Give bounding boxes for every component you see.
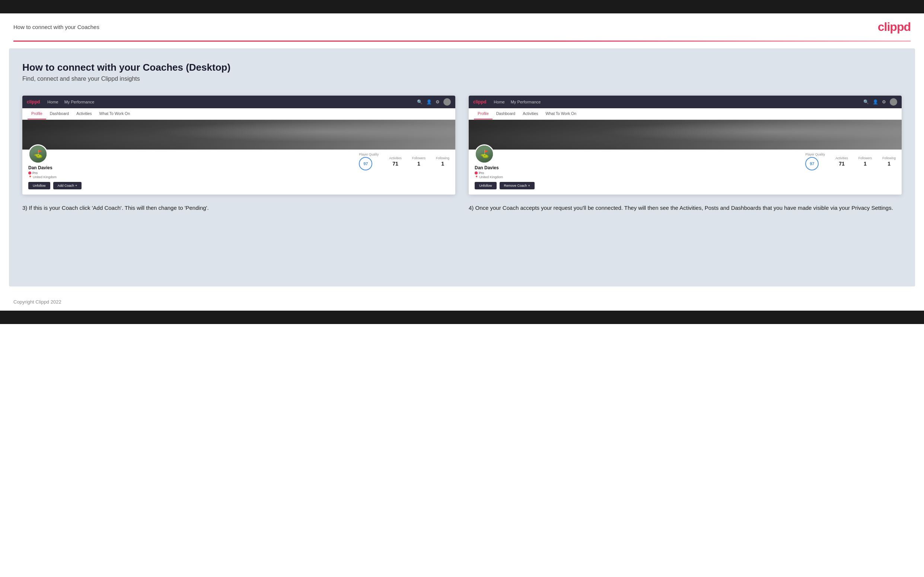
left-nav-logo: clippd bbox=[27, 99, 40, 105]
page-subheading: Find, connect and share your Clippd insi… bbox=[23, 76, 901, 82]
right-nav-logo: clippd bbox=[473, 99, 486, 105]
right-badge-label: Pro bbox=[479, 171, 484, 175]
right-location-pin-icon: 📍 bbox=[475, 176, 478, 179]
right-tabs: Profile Dashboard Activities What To Wor… bbox=[469, 108, 901, 120]
left-nav-avatar[interactable] bbox=[443, 98, 451, 106]
left-mock-browser: clippd Home My Performance 🔍 👤 ⚙ Profile… bbox=[23, 96, 455, 195]
page-header: How to connect with your Coaches clippd bbox=[0, 13, 924, 40]
right-stat-following: Following 1 bbox=[882, 156, 896, 167]
left-search-icon[interactable]: 🔍 bbox=[417, 99, 423, 105]
right-settings-icon[interactable]: ⚙ bbox=[882, 99, 886, 105]
right-profile-location: 📍 United Kingdom bbox=[475, 175, 535, 179]
left-stat-quality: Player Quality 97 bbox=[359, 153, 379, 170]
left-stat-followers: Followers 1 bbox=[412, 156, 425, 167]
right-profile-name: Dan Davies bbox=[475, 165, 535, 170]
right-unfollow-button[interactable]: Unfollow bbox=[475, 182, 497, 189]
right-avatar-figure bbox=[476, 145, 493, 163]
right-nav-home[interactable]: Home bbox=[494, 100, 504, 104]
left-tab-what-to-work-on[interactable]: What To Work On bbox=[96, 108, 134, 119]
right-stat-followers: Followers 1 bbox=[858, 156, 872, 167]
right-tab-what-to-work-on[interactable]: What To Work On bbox=[542, 108, 580, 119]
header-divider bbox=[13, 40, 911, 42]
left-banner bbox=[23, 120, 455, 150]
right-search-icon[interactable]: 🔍 bbox=[863, 99, 869, 105]
left-add-coach-button[interactable]: Add Coach + bbox=[53, 182, 82, 189]
right-tab-activities[interactable]: Activities bbox=[519, 108, 542, 119]
left-location-pin-icon: 📍 bbox=[28, 176, 32, 179]
right-tab-dashboard[interactable]: Dashboard bbox=[493, 108, 519, 119]
header-title: How to connect with your Coaches bbox=[13, 24, 99, 30]
left-avatar-figure bbox=[29, 145, 47, 163]
left-quality-circle: 97 bbox=[359, 157, 372, 170]
right-nav-my-performance[interactable]: My Performance bbox=[511, 100, 541, 104]
left-settings-icon[interactable]: ⚙ bbox=[436, 99, 439, 105]
left-unfollow-button[interactable]: Unfollow bbox=[28, 182, 50, 189]
right-quality-label: Player Quality bbox=[805, 153, 825, 156]
left-avatar bbox=[28, 144, 48, 164]
right-remove-coach-button[interactable]: Remove Coach × bbox=[499, 182, 535, 189]
left-stat-activities: Activities 71 bbox=[389, 156, 402, 167]
right-stat-activities: Activities 71 bbox=[835, 156, 848, 167]
right-stat-quality: Player Quality 97 bbox=[805, 153, 825, 170]
left-user-icon[interactable]: 👤 bbox=[426, 99, 432, 105]
right-followers-label: Followers bbox=[858, 156, 872, 160]
left-badge-label: Pro bbox=[32, 171, 37, 175]
left-screenshot-col: clippd Home My Performance 🔍 👤 ⚙ Profile… bbox=[23, 96, 455, 212]
left-nav-bar: clippd Home My Performance 🔍 👤 ⚙ bbox=[23, 96, 455, 108]
left-add-coach-label: Add Coach bbox=[58, 184, 74, 187]
left-nav-my-performance[interactable]: My Performance bbox=[65, 100, 95, 104]
left-stats: Player Quality 97 Activities 71 Follower… bbox=[359, 153, 449, 170]
left-tab-dashboard[interactable]: Dashboard bbox=[46, 108, 73, 119]
left-profile-info: Dan Davies Pro 📍 United Kingdom Unfollow bbox=[28, 164, 82, 189]
right-buttons: Unfollow Remove Coach × bbox=[475, 182, 535, 189]
left-badge-dot bbox=[28, 171, 31, 174]
copyright-text: Copyright Clippd 2022 bbox=[13, 299, 61, 305]
right-followers-value: 1 bbox=[858, 161, 872, 167]
left-profile-name: Dan Davies bbox=[28, 165, 82, 170]
right-nav-bar: clippd Home My Performance 🔍 👤 ⚙ bbox=[469, 96, 901, 108]
clippd-logo: clippd bbox=[878, 20, 911, 34]
right-activities-label: Activities bbox=[835, 156, 848, 160]
left-following-label: Following bbox=[436, 156, 449, 160]
right-tab-profile[interactable]: Profile bbox=[474, 108, 493, 119]
left-tabs: Profile Dashboard Activities What To Wor… bbox=[23, 108, 455, 120]
right-activities-value: 71 bbox=[835, 161, 848, 167]
left-nav-home[interactable]: Home bbox=[47, 100, 58, 104]
right-screenshot-col: clippd Home My Performance 🔍 👤 ⚙ Profile… bbox=[469, 96, 901, 212]
left-add-coach-icon: + bbox=[75, 184, 77, 187]
left-banner-overlay bbox=[23, 120, 455, 150]
page-footer: Copyright Clippd 2022 bbox=[0, 293, 924, 311]
left-followers-value: 1 bbox=[412, 161, 425, 167]
right-nav-avatar[interactable] bbox=[890, 98, 897, 106]
left-avatar-wrap: Dan Davies Pro 📍 United Kingdom Unfollow bbox=[28, 144, 82, 189]
right-avatar bbox=[475, 144, 494, 164]
left-quality-label: Player Quality bbox=[359, 153, 379, 156]
left-followers-label: Followers bbox=[412, 156, 425, 160]
top-bar bbox=[0, 0, 924, 13]
left-location-label: United Kingdom bbox=[33, 175, 57, 179]
left-stat-following: Following 1 bbox=[436, 156, 449, 167]
bottom-bar bbox=[0, 311, 924, 324]
page-heading: How to connect with your Coaches (Deskto… bbox=[23, 62, 901, 73]
right-quality-circle: 97 bbox=[805, 157, 819, 170]
right-avatar-wrap: Dan Davies Pro 📍 United Kingdom Unfollow bbox=[475, 144, 535, 189]
left-profile-location: 📍 United Kingdom bbox=[28, 175, 82, 179]
right-profile-area: Dan Davies Pro 📍 United Kingdom Unfollow bbox=[469, 150, 901, 195]
right-profile-info: Dan Davies Pro 📍 United Kingdom Unfollow bbox=[475, 164, 535, 189]
left-profile-badge: Pro bbox=[28, 171, 82, 175]
right-stats: Player Quality 97 Activities 71 Follower… bbox=[805, 153, 896, 170]
screenshots-row: clippd Home My Performance 🔍 👤 ⚙ Profile… bbox=[23, 96, 901, 212]
left-nav-icons: 🔍 👤 ⚙ bbox=[417, 98, 451, 106]
right-following-value: 1 bbox=[882, 161, 896, 167]
right-badge-dot bbox=[475, 171, 478, 174]
right-mock-browser: clippd Home My Performance 🔍 👤 ⚙ Profile… bbox=[469, 96, 901, 195]
left-tab-activities[interactable]: Activities bbox=[73, 108, 95, 119]
right-caption: 4) Once your Coach accepts your request … bbox=[469, 203, 901, 212]
right-profile-badge: Pro bbox=[475, 171, 535, 175]
left-following-value: 1 bbox=[436, 161, 449, 167]
left-activities-value: 71 bbox=[389, 161, 402, 167]
right-user-icon[interactable]: 👤 bbox=[872, 99, 878, 105]
left-tab-profile[interactable]: Profile bbox=[27, 108, 46, 119]
left-profile-area: Dan Davies Pro 📍 United Kingdom Unfollow bbox=[23, 150, 455, 195]
right-remove-coach-label: Remove Coach bbox=[504, 184, 527, 187]
